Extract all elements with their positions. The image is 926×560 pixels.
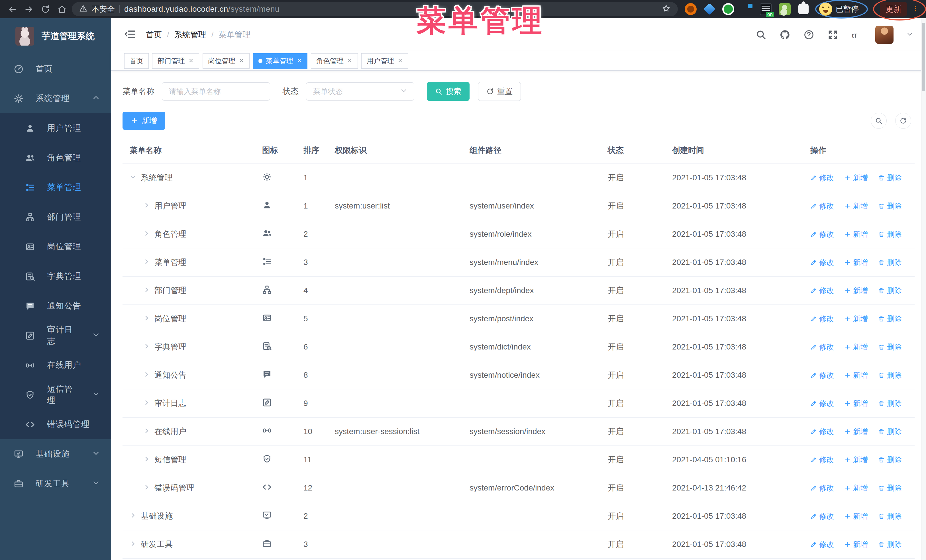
fullscreen-icon[interactable] — [828, 29, 838, 40]
op-add-link[interactable]: 新增 — [844, 483, 868, 493]
shield-check-icon[interactable] — [722, 3, 734, 15]
op-add-link[interactable]: 新增 — [844, 539, 868, 549]
cell-name[interactable]: 岗位管理 — [123, 313, 254, 324]
chevron-right-icon[interactable] — [130, 540, 136, 549]
op-edit-link[interactable]: 修改 — [810, 539, 834, 549]
chevron-right-icon[interactable] — [143, 455, 150, 464]
cell-name[interactable]: 短信管理 — [123, 454, 254, 465]
chevron-right-icon[interactable] — [143, 258, 150, 267]
op-add-link[interactable]: 新增 — [844, 455, 868, 465]
sidebar-item-2[interactable]: 用户管理 — [0, 113, 111, 143]
op-add-link[interactable]: 新增 — [844, 342, 868, 352]
close-icon[interactable] — [188, 57, 194, 65]
browser-menu-icon[interactable] — [912, 5, 919, 14]
op-edit-link[interactable]: 修改 — [810, 398, 834, 409]
op-delete-link[interactable]: 删除 — [878, 427, 902, 437]
op-delete-link[interactable]: 删除 — [878, 314, 902, 324]
puzzle-icon[interactable] — [798, 4, 809, 14]
chevron-right-icon[interactable] — [143, 483, 150, 492]
chevron-right-icon[interactable] — [143, 201, 150, 210]
op-delete-link[interactable]: 删除 — [878, 286, 902, 296]
app-logo[interactable]: 芋道管理系统 — [0, 18, 111, 54]
cell-name[interactable]: 系统管理 — [123, 172, 254, 183]
update-button[interactable]: 更新 — [880, 2, 907, 17]
forward-icon[interactable] — [21, 1, 37, 17]
op-edit-link[interactable]: 修改 — [810, 483, 834, 493]
sidebar-item-9[interactable]: 审计日志 — [0, 321, 111, 350]
profile-icon[interactable] — [779, 3, 791, 15]
gem-icon[interactable] — [704, 3, 716, 15]
cell-name[interactable]: 菜单管理 — [123, 257, 254, 268]
op-edit-link[interactable]: 修改 — [810, 370, 834, 380]
op-delete-link[interactable]: 删除 — [878, 173, 902, 183]
op-delete-link[interactable]: 删除 — [878, 229, 902, 239]
close-icon[interactable] — [347, 57, 353, 65]
profile-paused-chip[interactable]: 已暂停 — [818, 2, 865, 17]
close-icon[interactable] — [398, 57, 403, 65]
op-add-link[interactable]: 新增 — [844, 314, 868, 324]
op-delete-link[interactable]: 删除 — [878, 398, 902, 409]
tab-首页[interactable]: 首页 — [124, 53, 149, 69]
op-edit-link[interactable]: 修改 — [810, 314, 834, 324]
op-edit-link[interactable]: 修改 — [810, 229, 834, 239]
fontsize-icon[interactable] — [851, 29, 862, 40]
op-edit-link[interactable]: 修改 — [810, 173, 834, 183]
op-edit-link[interactable]: 修改 — [810, 342, 834, 352]
bookmark-star-icon[interactable] — [662, 4, 670, 14]
search-circle-button[interactable] — [871, 113, 887, 129]
op-add-link[interactable]: 新增 — [844, 370, 868, 380]
github-icon[interactable] — [779, 29, 790, 40]
op-delete-link[interactable]: 删除 — [878, 342, 902, 352]
cell-name[interactable]: 通知公告 — [123, 370, 254, 380]
cell-name[interactable]: 字典管理 — [123, 341, 254, 352]
address-bar[interactable]: 不安全 dashboard.yudao.iocoder.cn/system/me… — [72, 2, 678, 16]
status-select[interactable]: 菜单状态 — [306, 82, 414, 101]
sidebar-item-13[interactable]: 基础设施 — [0, 439, 111, 469]
hamburger-icon[interactable] — [124, 29, 136, 41]
cell-name[interactable]: 角色管理 — [123, 229, 254, 240]
chevron-down-icon[interactable] — [130, 173, 136, 182]
op-add-link[interactable]: 新增 — [844, 173, 868, 183]
chevron-right-icon[interactable] — [143, 427, 150, 436]
vertical-scrollbar[interactable] — [921, 18, 926, 560]
target-icon[interactable] — [685, 3, 697, 15]
tab-用户管理[interactable]: 用户管理 — [361, 53, 408, 69]
sidebar-item-3[interactable]: 角色管理 — [0, 143, 111, 173]
chevron-right-icon[interactable] — [143, 343, 150, 352]
op-add-link[interactable]: 新增 — [844, 286, 868, 296]
refresh-circle-button[interactable] — [895, 113, 911, 129]
chevron-right-icon[interactable] — [143, 399, 150, 408]
sidebar-item-0[interactable]: 首页 — [0, 54, 111, 84]
op-edit-link[interactable]: 修改 — [810, 258, 834, 267]
question-icon[interactable] — [803, 29, 814, 40]
add-button[interactable]: 新增 — [123, 112, 165, 130]
chevron-right-icon[interactable] — [130, 512, 136, 521]
sidebar-item-8[interactable]: 通知公告 — [0, 291, 111, 321]
chevron-right-icon[interactable] — [143, 371, 150, 380]
sidebar-item-12[interactable]: 错误码管理 — [0, 410, 111, 439]
op-delete-link[interactable]: 删除 — [878, 258, 902, 267]
grid-icon[interactable] — [741, 3, 753, 15]
breadcrumb-item[interactable]: 首页 — [146, 29, 162, 40]
op-delete-link[interactable]: 删除 — [878, 370, 902, 380]
sidebar-item-6[interactable]: 岗位管理 — [0, 232, 111, 261]
op-add-link[interactable]: 新增 — [844, 258, 868, 267]
sidebar-item-10[interactable]: 在线用户 — [0, 350, 111, 380]
reset-button[interactable]: 重置 — [478, 82, 521, 101]
op-delete-link[interactable]: 删除 — [878, 483, 902, 493]
sidebar-item-11[interactable]: 短信管理 — [0, 380, 111, 410]
tab-部门管理[interactable]: 部门管理 — [152, 53, 199, 69]
search-button[interactable]: 搜索 — [427, 82, 469, 101]
tab-岗位管理[interactable]: 岗位管理 — [203, 53, 250, 69]
user-avatar[interactable] — [875, 26, 894, 44]
op-delete-link[interactable]: 删除 — [878, 511, 902, 521]
sidebar-item-1[interactable]: 系统管理 — [0, 84, 111, 113]
op-edit-link[interactable]: 修改 — [810, 427, 834, 437]
chevron-right-icon[interactable] — [143, 229, 150, 239]
op-add-link[interactable]: 新增 — [844, 229, 868, 239]
op-edit-link[interactable]: 修改 — [810, 511, 834, 521]
sidebar-item-7[interactable]: 字典管理 — [0, 261, 111, 291]
op-edit-link[interactable]: 修改 — [810, 201, 834, 211]
chevron-down-icon[interactable] — [906, 31, 913, 38]
tab-角色管理[interactable]: 角色管理 — [311, 53, 358, 69]
